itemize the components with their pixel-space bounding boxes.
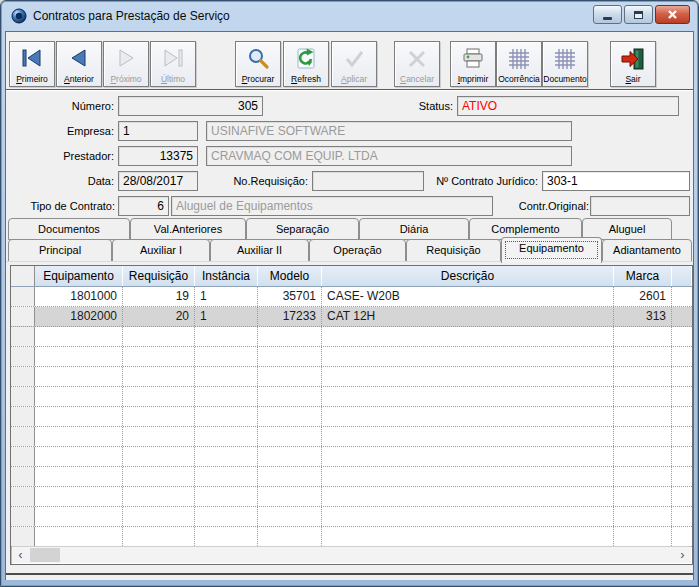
tab-separacao[interactable]: Separação [246,218,359,240]
tab-adiantamento[interactable]: Adiantamento [602,239,692,262]
cell-empty [123,347,195,366]
tab-principal[interactable]: Principal [8,239,112,262]
close-button[interactable] [655,5,690,24]
equipment-grid: Equipamento Requisição Instância Modelo … [10,265,693,565]
cell-empty [123,427,195,446]
last-record-button[interactable]: Último [150,41,196,87]
numero-label: Número: [10,96,114,116]
cell-marca: 313 [614,307,672,326]
scroll-left-icon[interactable]: ‹ [12,547,29,563]
tab-auxiliar-ii[interactable]: Auxiliar II [210,239,309,262]
row-indicator [11,467,35,486]
empresa-code-field[interactable] [118,121,198,141]
cell-equipamento: 1802000 [35,307,123,326]
print-button[interactable]: Imprimir [450,41,496,87]
cancel-button[interactable]: Cancelar [394,41,440,87]
cell-empty [672,407,692,426]
empresa-name-field[interactable] [206,121,572,141]
scroll-right-icon[interactable]: › [674,547,691,563]
scrollbar-thumb[interactable] [30,548,60,562]
search-icon [246,47,270,71]
cell-empty [195,527,258,546]
cell-empty [123,507,195,526]
cell-empty [258,327,322,346]
cell-marca: 2601 [614,287,672,306]
row-indicator [11,287,35,306]
tab-auxiliar-i[interactable]: Auxiliar I [112,239,210,262]
row-indicator [11,407,35,426]
cell-empty [258,507,322,526]
cell-empty [672,347,692,366]
cell-empty [614,407,672,426]
tab-equipamento[interactable]: Equipamento [501,237,602,263]
window-title: Contratos para Prestação de Serviço [33,9,230,23]
horizontal-scrollbar[interactable]: ‹ › [12,546,691,563]
tab-val-anteriores[interactable]: Val.Anteriores [130,218,246,240]
col-header-marca[interactable]: Marca [614,266,672,286]
prestador-code-field[interactable] [118,146,198,166]
tab-requisicao[interactable]: Requisição [406,239,501,262]
cell-empty [35,527,123,546]
cell-empty [672,427,692,446]
cell-instancia: 1 [195,307,258,326]
button-label: Documento [543,74,586,84]
cell-empty [123,367,195,386]
occurrence-grid-icon [507,47,531,71]
exit-button[interactable]: Sair [610,41,656,87]
cell-instancia: 1 [195,287,258,306]
grid-empty-row [11,427,692,447]
contr-original-field[interactable] [590,196,690,216]
numero-field[interactable] [118,96,263,116]
document-grid-icon [553,47,577,71]
grid-empty-row [11,507,692,527]
apply-button[interactable]: Aplicar [331,41,377,87]
data-field[interactable] [118,171,198,191]
document-button[interactable]: Documento [542,41,588,87]
cell-empty [35,347,123,366]
next-record-button[interactable]: Próximo [103,41,149,87]
previous-record-button[interactable]: Anterior [56,41,102,87]
cell-empty [322,347,614,366]
prestador-name-field[interactable] [206,146,572,166]
grid-data-row[interactable]: 1801000 19 1 35701 CASE- W20B 2601 [11,287,692,307]
cell-empty [258,487,322,506]
col-header-requisicao[interactable]: Requisição [123,266,195,286]
cell-empty [195,327,258,346]
search-button[interactable]: Procurar [235,41,281,87]
refresh-button[interactable]: Refresh [283,41,329,87]
maximize-button[interactable] [624,5,653,24]
cell-empty [195,487,258,506]
cell-empty [614,327,672,346]
contrato-juridico-field[interactable] [542,171,690,191]
col-header-modelo[interactable]: Modelo [258,266,322,286]
title-bar[interactable]: Contratos para Prestação de Serviço [1,1,698,31]
minimize-button[interactable] [593,5,622,24]
row-indicator [11,307,35,326]
tab-diaria[interactable]: Diária [359,218,469,240]
cell-empty [322,407,614,426]
cell-empty [35,507,123,526]
tipo-contrato-name-field[interactable] [171,196,493,216]
row-indicator [11,347,35,366]
cell-empty [123,487,195,506]
status-field[interactable] [457,96,679,116]
occurrence-button[interactable]: Ocorrência [496,41,542,87]
no-requisicao-field[interactable] [312,171,424,191]
col-header-equipamento[interactable]: Equipamento [35,266,123,286]
client-area: Primeiro Anterior Próximo Último [5,31,694,580]
tab-documentos[interactable]: Documentos [8,218,130,240]
col-header-instancia[interactable]: Instância [195,266,258,286]
grid-data-row-selected[interactable]: 1802000 20 1 17233 CAT 12H 313 [11,307,692,327]
col-header-descricao[interactable]: Descrição [322,266,614,286]
cell-empty [614,467,672,486]
row-indicator [11,367,35,386]
row-indicator [11,387,35,406]
last-record-icon [160,47,186,69]
tab-operacao[interactable]: Operação [309,239,406,262]
cell-empty [195,467,258,486]
first-record-button[interactable]: Primeiro [9,41,55,87]
cell-empty [123,407,195,426]
close-icon [667,9,678,20]
tipo-contrato-code-field[interactable] [118,196,169,216]
cell-empty [672,327,692,346]
